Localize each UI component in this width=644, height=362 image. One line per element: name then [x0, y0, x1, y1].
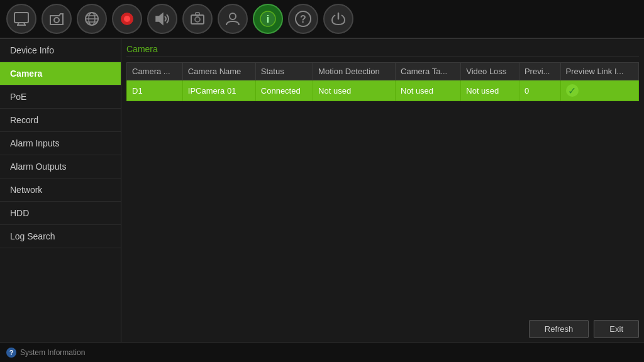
exit-button[interactable]: Exit [594, 320, 639, 338]
table-area: Camera Camera ... Camera Name Status Mot… [121, 39, 644, 316]
toolbar: i ? [0, 0, 644, 39]
toolbar-monitor-btn[interactable] [6, 4, 36, 34]
toolbar-power-btn[interactable] [323, 4, 353, 34]
sys-info-icon: ? [6, 348, 16, 358]
col-status: Status [255, 63, 313, 80]
system-information: ? System Information [6, 348, 85, 358]
table-cell: 0 [519, 80, 560, 101]
svg-rect-15 [196, 13, 199, 16]
svg-point-16 [230, 13, 236, 19]
camera-table: Camera ... Camera Name Status Motion Det… [126, 62, 639, 101]
svg-rect-13 [191, 15, 204, 24]
toolbar-ptz-btn[interactable] [182, 4, 213, 34]
right-content: Camera Camera ... Camera Name Status Mot… [121, 39, 644, 342]
col-preview: Previ... [519, 63, 560, 80]
svg-point-14 [195, 17, 200, 22]
svg-point-4 [54, 18, 59, 23]
table-cell: Not used [396, 80, 461, 101]
toolbar-help-btn[interactable]: ? [288, 4, 318, 34]
table-header-row: Camera ... Camera Name Status Motion Det… [127, 63, 639, 80]
col-tamper: Camera Ta... [396, 63, 461, 80]
table-row[interactable]: D1IPCamera 01ConnectedNot usedNot usedNo… [127, 80, 639, 101]
col-motion: Motion Detection [313, 63, 396, 80]
table-cell: IPCamera 01 [182, 80, 255, 101]
breadcrumb: Camera [126, 44, 639, 57]
main-layout: Device Info Camera PoE Record Alarm Inpu… [0, 39, 644, 342]
check-icon: ✓ [566, 84, 579, 97]
sidebar-item-log-search[interactable]: Log Search [0, 225, 121, 248]
col-preview-link: Preview Link I... [560, 63, 638, 80]
sidebar-item-device-info[interactable]: Device Info [0, 39, 121, 62]
sidebar: Device Info Camera PoE Record Alarm Inpu… [0, 39, 121, 342]
toolbar-camera-btn[interactable] [42, 4, 72, 34]
toolbar-record-btn[interactable] [112, 4, 142, 34]
table-cell: ✓ [560, 80, 638, 101]
sidebar-item-alarm-inputs[interactable]: Alarm Inputs [0, 132, 121, 155]
sidebar-item-record[interactable]: Record [0, 109, 121, 132]
sidebar-item-alarm-outputs[interactable]: Alarm Outputs [0, 155, 121, 178]
bottom-bar: ? System Information [0, 342, 644, 362]
table-body: D1IPCamera 01ConnectedNot usedNot usedNo… [127, 80, 639, 101]
refresh-button[interactable]: Refresh [529, 320, 589, 338]
sidebar-item-network[interactable]: Network [0, 178, 121, 202]
svg-text:?: ? [300, 14, 306, 25]
col-camera-name: Camera Name [182, 63, 255, 80]
svg-rect-0 [14, 13, 28, 23]
action-area: Refresh Exit [121, 316, 644, 342]
table-cell: D1 [127, 80, 183, 101]
sidebar-item-poe[interactable]: PoE [0, 85, 121, 109]
col-channel: Camera ... [127, 63, 183, 80]
sidebar-item-camera[interactable]: Camera [0, 62, 121, 85]
table-cell: Connected [255, 80, 313, 101]
toolbar-audio-btn[interactable] [147, 4, 177, 34]
table-cell: Not used [313, 80, 396, 101]
sys-info-label: System Information [20, 348, 85, 357]
toolbar-network-btn[interactable] [77, 4, 107, 34]
toolbar-account-btn[interactable] [218, 4, 248, 34]
sidebar-item-hdd[interactable]: HDD [0, 202, 121, 225]
toolbar-info-btn[interactable]: i [253, 4, 283, 34]
table-cell: Not used [461, 80, 519, 101]
col-video-loss: Video Loss [461, 63, 519, 80]
svg-marker-12 [156, 13, 163, 25]
svg-point-11 [124, 16, 130, 22]
svg-text:i: i [267, 14, 269, 25]
